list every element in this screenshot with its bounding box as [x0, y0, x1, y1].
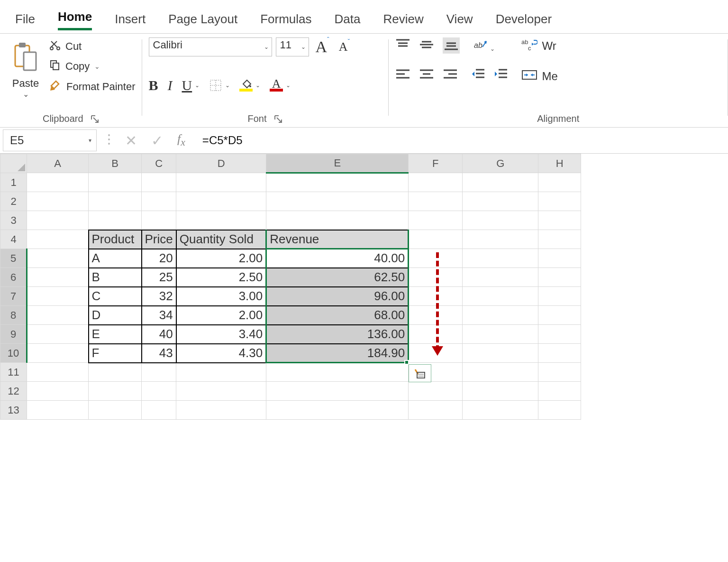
font-dialog-launcher[interactable]: [273, 114, 283, 124]
cell-F2[interactable]: [409, 192, 463, 211]
cell-D6[interactable]: 2.50: [176, 268, 266, 287]
cell-C9[interactable]: 40: [142, 325, 176, 344]
cell-A1[interactable]: [27, 173, 89, 192]
cell-D7[interactable]: 3.00: [176, 287, 266, 306]
row-header-12[interactable]: 12: [0, 382, 27, 401]
cell-G4[interactable]: [463, 230, 538, 249]
tab-review[interactable]: Review: [383, 12, 423, 30]
cell-A3[interactable]: [27, 211, 89, 230]
column-header-H[interactable]: H: [538, 154, 581, 173]
cut-button[interactable]: Cut: [49, 39, 136, 54]
cell-E2[interactable]: [266, 192, 409, 211]
cell-D1[interactable]: [176, 173, 266, 192]
cell-A10[interactable]: [27, 344, 89, 363]
cell-F9[interactable]: [409, 325, 463, 344]
cell-G1[interactable]: [463, 173, 538, 192]
cell-C5[interactable]: 20: [142, 249, 176, 268]
cell-H9[interactable]: [538, 325, 581, 344]
cell-G7[interactable]: [463, 287, 538, 306]
formula-input[interactable]: [196, 133, 728, 147]
cell-C12[interactable]: [142, 382, 176, 401]
cell-F1[interactable]: [409, 173, 463, 192]
cell-H7[interactable]: [538, 287, 581, 306]
cell-H11[interactable]: [538, 363, 581, 382]
decrease-indent-button[interactable]: [471, 68, 485, 82]
row-header-9[interactable]: 9: [0, 325, 27, 344]
column-header-B[interactable]: B: [89, 154, 142, 173]
cell-A5[interactable]: [27, 249, 89, 268]
cell-C1[interactable]: [142, 173, 176, 192]
cell-H2[interactable]: [538, 192, 581, 211]
enter-formula-button[interactable]: ✓: [151, 132, 163, 149]
row-header-8[interactable]: 8: [0, 306, 27, 325]
cell-H6[interactable]: [538, 268, 581, 287]
paste-button[interactable]: Paste ⌄: [7, 37, 45, 99]
cell-E7[interactable]: 96.00: [266, 287, 409, 306]
cell-C8[interactable]: 34: [142, 306, 176, 325]
orientation-button[interactable]: ab⌄: [473, 38, 495, 53]
cell-D5[interactable]: 2.00: [176, 249, 266, 268]
autofill-options-button[interactable]: [409, 364, 431, 382]
column-header-E[interactable]: E: [266, 154, 409, 173]
cell-B7[interactable]: C: [89, 287, 142, 306]
cell-E6[interactable]: 62.50: [266, 268, 409, 287]
cell-H8[interactable]: [538, 306, 581, 325]
tab-page-layout[interactable]: Page Layout: [168, 12, 237, 30]
cell-H4[interactable]: [538, 230, 581, 249]
cell-A7[interactable]: [27, 287, 89, 306]
tab-data[interactable]: Data: [335, 12, 361, 30]
cancel-formula-button[interactable]: ✕: [125, 132, 137, 149]
tab-view[interactable]: View: [446, 12, 473, 30]
column-header-A[interactable]: A: [27, 154, 89, 173]
font-size-select[interactable]: 11 ⌄: [276, 37, 309, 56]
cell-C10[interactable]: 43: [142, 344, 176, 363]
insert-function-button[interactable]: fx: [177, 132, 185, 148]
row-header-4[interactable]: 4: [0, 230, 27, 249]
formula-bar-grip[interactable]: [107, 132, 111, 148]
cell-D12[interactable]: [176, 382, 266, 401]
cell-C13[interactable]: [142, 401, 176, 420]
row-header-1[interactable]: 1: [0, 173, 27, 192]
cell-F8[interactable]: [409, 306, 463, 325]
cell-G2[interactable]: [463, 192, 538, 211]
column-header-D[interactable]: D: [176, 154, 266, 173]
cell-E4[interactable]: Revenue: [266, 230, 409, 249]
cell-E12[interactable]: [266, 382, 409, 401]
cell-F6[interactable]: [409, 268, 463, 287]
cell-F13[interactable]: [409, 401, 463, 420]
row-header-6[interactable]: 6: [0, 268, 27, 287]
wrap-text-button[interactable]: abc Wr: [521, 37, 558, 55]
font-name-select[interactable]: Calibri ⌄: [149, 37, 272, 56]
cell-E3[interactable]: [266, 211, 409, 230]
cell-C7[interactable]: 32: [142, 287, 176, 306]
align-center-button[interactable]: [419, 68, 434, 82]
cell-E13[interactable]: [266, 401, 409, 420]
cell-B2[interactable]: [89, 192, 142, 211]
cell-B8[interactable]: D: [89, 306, 142, 325]
cell-D13[interactable]: [176, 401, 266, 420]
cell-A11[interactable]: [27, 363, 89, 382]
tab-formulas[interactable]: Formulas: [260, 12, 311, 30]
cell-F4[interactable]: [409, 230, 463, 249]
cell-D11[interactable]: [176, 363, 266, 382]
cell-B10[interactable]: F: [89, 344, 142, 363]
cell-A4[interactable]: [27, 230, 89, 249]
align-bottom-button[interactable]: [443, 37, 460, 54]
cell-G8[interactable]: [463, 306, 538, 325]
cell-C2[interactable]: [142, 192, 176, 211]
cell-G6[interactable]: [463, 268, 538, 287]
cell-A8[interactable]: [27, 306, 89, 325]
cell-G9[interactable]: [463, 325, 538, 344]
column-header-G[interactable]: G: [463, 154, 538, 173]
cell-H1[interactable]: [538, 173, 581, 192]
row-header-13[interactable]: 13: [0, 401, 27, 420]
cell-F12[interactable]: [409, 382, 463, 401]
cell-G12[interactable]: [463, 382, 538, 401]
cell-G5[interactable]: [463, 249, 538, 268]
row-header-2[interactable]: 2: [0, 192, 27, 211]
cell-H5[interactable]: [538, 249, 581, 268]
cell-F5[interactable]: [409, 249, 463, 268]
cell-C6[interactable]: 25: [142, 268, 176, 287]
align-right-button[interactable]: [443, 68, 458, 82]
cell-D9[interactable]: 3.40: [176, 325, 266, 344]
